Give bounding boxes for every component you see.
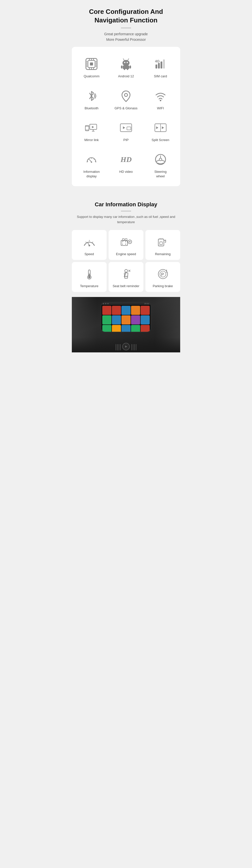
info-temperature: Temperature (72, 262, 106, 292)
svg-line-57 (156, 160, 159, 161)
subtitle-line1: Great performance upgrade (104, 32, 148, 36)
dot1 (103, 303, 104, 304)
svg-point-55 (159, 158, 162, 161)
svg-rect-40 (127, 127, 131, 130)
info-grid: Speed (72, 230, 180, 292)
android12-label: Android 12 (118, 74, 134, 79)
svg-point-65 (89, 245, 90, 246)
infodisplay-label: Informationdisplay (84, 169, 100, 179)
steeringwheel-icon (153, 152, 168, 167)
feature-gps: GPS & Glonass (109, 84, 144, 113)
speed-label: Speed (85, 252, 94, 256)
gps-label: GPS & Glonass (115, 106, 137, 111)
simcard-icon: 4G (153, 56, 168, 71)
remaining-label: Remaining (155, 252, 170, 256)
app8 (122, 315, 130, 324)
feature-infodisplay: Informationdisplay (74, 147, 109, 181)
feature-bluetooth: Bluetooth (74, 84, 109, 113)
app12 (112, 325, 121, 332)
svg-point-52 (91, 161, 92, 163)
svg-line-62 (86, 242, 87, 243)
car-bottom-panel (72, 337, 180, 352)
svg-rect-76 (159, 242, 162, 245)
mirrorlink-label: Mirror link (85, 138, 99, 142)
vent-line1 (116, 344, 116, 350)
svg-rect-2 (90, 62, 93, 65)
pip-label: PIP (124, 138, 129, 142)
svg-line-18 (123, 59, 124, 60)
svg-point-30 (125, 93, 127, 96)
svg-rect-22 (129, 65, 131, 68)
section1-title: Core Configuration And Navigation Functi… (72, 7, 180, 25)
app15 (140, 325, 150, 332)
feature-grid: Qualcomm (74, 52, 178, 181)
vent-left (116, 344, 121, 350)
svg-rect-27 (158, 63, 160, 68)
app1 (102, 306, 112, 315)
svg-rect-23 (124, 68, 125, 70)
feature-hdvideo: HD HD video (109, 147, 144, 181)
feature-pip: PIP (109, 116, 144, 145)
section2-title: Car Information Display (72, 201, 180, 208)
app6 (102, 315, 112, 324)
section1-divider (121, 28, 131, 28)
section1-subtitle: Great performance upgrade More Powerful … (72, 31, 180, 42)
svg-point-73 (122, 244, 123, 245)
wifi-label: WIFI (157, 106, 164, 111)
svg-line-63 (92, 242, 93, 243)
core-config-section: Core Configuration And Navigation Functi… (67, 0, 185, 196)
thermometer-icon (82, 267, 97, 281)
svg-rect-66 (121, 241, 127, 246)
feature-qualcomm: Qualcomm (74, 52, 109, 81)
splitscreen-label: Split Screen (152, 138, 169, 142)
pip-icon (119, 120, 133, 135)
svg-line-49 (89, 159, 89, 160)
dot3 (107, 303, 108, 304)
enginespeed-icon (119, 235, 133, 249)
center-button[interactable] (122, 343, 130, 350)
vent-line2 (117, 344, 118, 350)
svg-point-71 (122, 242, 123, 243)
vent-line8 (136, 344, 136, 350)
svg-point-15 (123, 60, 129, 66)
app10 (140, 315, 150, 324)
svg-rect-29 (163, 59, 165, 68)
bluetooth-label: Bluetooth (85, 106, 98, 111)
svg-point-16 (124, 62, 125, 63)
car-interior: 15:31 (72, 297, 180, 352)
dot2 (105, 303, 106, 304)
mirrorlink-icon (84, 120, 99, 135)
app11 (102, 325, 112, 332)
vent-line3 (119, 344, 119, 350)
parkingbrake-icon: P (155, 267, 170, 281)
feature-card: Qualcomm (72, 47, 180, 186)
app9 (131, 315, 140, 324)
info-speed: Speed (72, 230, 106, 260)
screen-time: 15:31 (144, 303, 149, 305)
info-remaining: Remaining (146, 230, 180, 260)
feature-simcard: 4G SIM card (143, 52, 178, 81)
subtitle-line2: More Powerful Processor (106, 37, 146, 41)
speedometer-icon (82, 235, 97, 249)
svg-point-31 (160, 100, 161, 101)
svg-marker-36 (92, 126, 94, 128)
app14 (131, 325, 140, 332)
car-info-section: Car Information Display Support to displ… (67, 196, 185, 358)
qualcomm-label: Qualcomm (84, 74, 99, 79)
bluetooth-icon (84, 88, 99, 103)
wifi-icon (153, 88, 168, 103)
app2 (112, 306, 121, 315)
vent-line7 (134, 344, 135, 350)
temperature-label: Temperature (80, 284, 98, 288)
svg-text:HD: HD (120, 155, 131, 163)
splitscreen-icon (153, 120, 168, 135)
svg-marker-44 (156, 126, 158, 129)
svg-point-17 (126, 62, 128, 63)
screen-statusbar: 15:31 (101, 303, 151, 305)
svg-marker-45 (162, 126, 164, 129)
svg-marker-41 (123, 126, 125, 129)
section2-divider (121, 211, 131, 211)
screen-content (101, 305, 151, 332)
parkingbrake-label: Parking brake (153, 284, 173, 288)
info-enginespeed: Engine speed (108, 230, 144, 260)
